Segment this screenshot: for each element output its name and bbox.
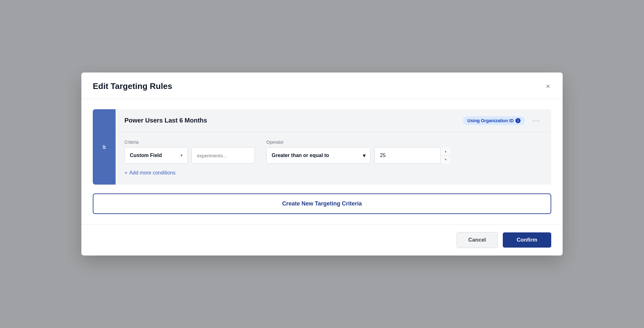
close-button[interactable]: ×	[545, 82, 551, 91]
card-content: Power Users Last 6 Months Using Organiza…	[116, 109, 551, 185]
edit-targeting-rules-modal: Edit Targeting Rules × IF Power Users La…	[81, 73, 563, 255]
more-icon: ···	[533, 117, 540, 124]
operator-field-group: Operator Greater than or equal to ▾	[266, 140, 371, 164]
operator-value: Greater than or equal to	[272, 153, 329, 158]
chevron-down-icon: ▾	[180, 153, 182, 158]
spinner-up-icon: ▲	[444, 150, 447, 153]
confirm-label: Confirm	[517, 237, 537, 243]
create-new-targeting-criteria-button[interactable]: Create New Targeting Criteria	[93, 193, 551, 214]
add-conditions-label: Add more conditions	[129, 170, 175, 176]
spinner-down-button[interactable]: ▼	[441, 156, 451, 164]
criteria-label: Criteria	[124, 140, 188, 145]
close-icon: ×	[546, 83, 550, 90]
custom-field-dropdown[interactable]: Custom Field ▾	[124, 147, 188, 164]
if-label: IF	[102, 145, 107, 149]
cancel-label: Cancel	[468, 237, 486, 243]
add-conditions-button[interactable]: + Add more conditions	[124, 170, 175, 176]
operator-dropdown[interactable]: Greater than or equal to ▾	[266, 147, 371, 164]
modal-footer: Cancel Confirm	[81, 224, 563, 255]
modal-body: IF Power Users Last 6 Months Using Organ…	[81, 99, 563, 224]
operator-chevron-down-icon: ▾	[363, 153, 365, 159]
field-text-group	[192, 140, 255, 164]
card-header-right: Using Organization ID i ···	[463, 116, 542, 125]
card-body: Criteria Custom Field ▾	[116, 132, 551, 185]
modal-overlay: Edit Targeting Rules × IF Power Users La…	[0, 0, 644, 328]
card-header: Power Users Last 6 Months Using Organiza…	[116, 109, 551, 132]
number-field-group: ▲ ▼	[375, 140, 451, 164]
criteria-row: Criteria Custom Field ▾	[124, 140, 542, 164]
modal-title: Edit Targeting Rules	[93, 81, 172, 91]
spinner-up-button[interactable]: ▲	[441, 147, 451, 156]
field-text-input[interactable]	[192, 147, 255, 164]
number-value-input[interactable]	[375, 147, 451, 164]
confirm-button[interactable]: Confirm	[503, 232, 551, 248]
card-left-bar: IF	[93, 109, 116, 185]
org-badge-label: Using Organization ID	[467, 118, 514, 123]
custom-field-label: Custom Field	[130, 153, 162, 158]
add-conditions-prefix: +	[124, 170, 127, 176]
org-id-badge[interactable]: Using Organization ID i	[463, 116, 525, 125]
info-icon[interactable]: i	[515, 118, 521, 123]
create-criteria-label: Create New Targeting Criteria	[282, 200, 362, 207]
number-spinners: ▲ ▼	[440, 147, 451, 164]
targeting-card: IF Power Users Last 6 Months Using Organ…	[93, 109, 551, 185]
more-options-button[interactable]: ···	[530, 116, 542, 125]
modal-header: Edit Targeting Rules ×	[81, 73, 563, 99]
operator-label: Operator	[266, 140, 371, 145]
criteria-field-group: Criteria Custom Field ▾	[124, 140, 188, 164]
card-name: Power Users Last 6 Months	[124, 117, 207, 124]
cancel-button[interactable]: Cancel	[457, 232, 498, 248]
spinner-down-icon: ▼	[444, 158, 447, 161]
number-input-wrapper: ▲ ▼	[375, 147, 451, 164]
